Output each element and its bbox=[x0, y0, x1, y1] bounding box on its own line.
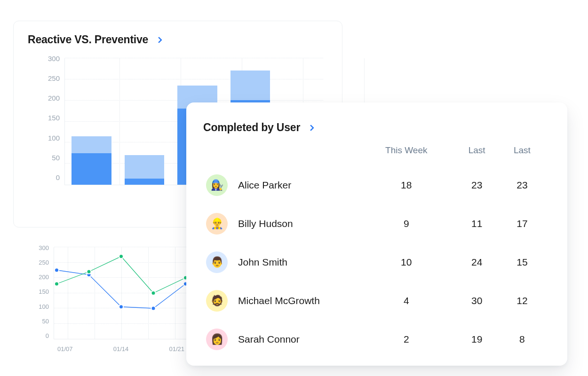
avatar: 🧔 bbox=[206, 290, 228, 312]
metric-cell: 11 bbox=[454, 204, 500, 243]
svg-point-0 bbox=[55, 268, 59, 272]
user-name: Sarah Connor bbox=[238, 334, 300, 345]
y-tick: 250 bbox=[39, 259, 49, 266]
bar-chart-y-axis: 300250200150100500 bbox=[37, 55, 60, 181]
y-tick: 300 bbox=[39, 244, 49, 251]
card-title: Completed by User bbox=[203, 121, 300, 134]
svg-point-5 bbox=[55, 282, 59, 286]
metric-cell: 12 bbox=[500, 282, 545, 320]
metric-cell: 2 bbox=[358, 320, 454, 359]
line-chart-plot bbox=[54, 247, 188, 339]
svg-point-8 bbox=[151, 291, 156, 295]
table-row[interactable]: 👨John Smith102415 bbox=[203, 243, 545, 282]
metric-cell: 30 bbox=[454, 282, 500, 320]
y-tick: 50 bbox=[52, 154, 60, 162]
svg-point-7 bbox=[119, 254, 123, 258]
svg-point-6 bbox=[87, 270, 91, 274]
avatar: 👩‍🔧 bbox=[206, 174, 228, 196]
y-tick: 100 bbox=[39, 303, 49, 310]
metric-cell: 23 bbox=[454, 166, 500, 204]
avatar: 👷‍♂️ bbox=[206, 213, 228, 235]
avatar: 👩 bbox=[206, 329, 228, 350]
user-name-cell: 👷‍♂️Billy Hudson bbox=[203, 204, 358, 243]
y-tick: 200 bbox=[39, 274, 49, 281]
metric-cell: 4 bbox=[358, 282, 454, 320]
card-header[interactable]: Reactive VS. Preventive bbox=[28, 33, 328, 46]
chevron-right-icon[interactable] bbox=[308, 124, 314, 131]
y-tick: 0 bbox=[46, 332, 49, 339]
y-tick: 0 bbox=[56, 173, 60, 181]
y-tick: 150 bbox=[39, 288, 49, 295]
y-tick: 150 bbox=[48, 114, 60, 122]
user-name: John Smith bbox=[238, 257, 287, 268]
x-tick: 01/14 bbox=[113, 345, 129, 352]
bar bbox=[72, 136, 111, 185]
line-chart-y-axis: 300250200150100500 bbox=[28, 244, 49, 339]
metric-cell: 18 bbox=[358, 166, 454, 204]
y-tick: 300 bbox=[48, 55, 60, 63]
users-table-header-row: This Week Last Last bbox=[203, 141, 545, 166]
card-header[interactable]: Completed by User bbox=[203, 121, 545, 134]
avatar: 👨 bbox=[206, 251, 228, 273]
metric-cell: 17 bbox=[500, 204, 545, 243]
x-tick: 01/21 bbox=[169, 345, 184, 352]
col-this-week: This Week bbox=[358, 141, 454, 166]
x-tick: 01/07 bbox=[57, 345, 73, 352]
y-tick: 200 bbox=[48, 94, 60, 102]
metric-cell: 10 bbox=[358, 243, 454, 282]
metric-cell: 19 bbox=[454, 320, 500, 359]
metric-cell: 24 bbox=[454, 243, 500, 282]
y-tick: 50 bbox=[42, 318, 49, 325]
chevron-right-icon[interactable] bbox=[156, 36, 162, 43]
line-chart-x-axis: 01/0701/1401/21 bbox=[54, 345, 188, 352]
y-tick: 250 bbox=[48, 74, 60, 82]
user-name: Billy Hudson bbox=[238, 218, 293, 229]
line-chart: 300250200150100500 01/0701/1401/21 bbox=[28, 244, 188, 352]
col-last-2: Last bbox=[500, 141, 545, 166]
metric-cell: 23 bbox=[500, 166, 545, 204]
user-name: Alice Parker bbox=[238, 180, 291, 191]
y-tick: 100 bbox=[48, 134, 60, 142]
bar bbox=[125, 155, 165, 185]
svg-point-3 bbox=[151, 306, 156, 311]
metric-cell: 8 bbox=[500, 320, 545, 359]
card-title: Reactive VS. Preventive bbox=[28, 33, 148, 46]
svg-point-2 bbox=[119, 305, 123, 309]
table-row[interactable]: 🧔Michael McGrowth43012 bbox=[203, 282, 545, 320]
col-last-1: Last bbox=[454, 141, 500, 166]
users-table: This Week Last Last 👩‍🔧Alice Parker18232… bbox=[203, 141, 545, 359]
table-row[interactable]: 👩‍🔧Alice Parker182323 bbox=[203, 166, 545, 204]
metric-cell: 15 bbox=[500, 243, 545, 282]
user-name-cell: 🧔Michael McGrowth bbox=[203, 282, 358, 320]
user-name: Michael McGrowth bbox=[238, 295, 320, 306]
completed-by-user-card: Completed by User This Week Last Last 👩‍… bbox=[186, 102, 567, 366]
user-name-cell: 👨John Smith bbox=[203, 243, 358, 282]
metric-cell: 9 bbox=[358, 204, 454, 243]
table-row[interactable]: 👷‍♂️Billy Hudson91117 bbox=[203, 204, 545, 243]
table-row[interactable]: 👩Sarah Connor2198 bbox=[203, 320, 545, 359]
user-name-cell: 👩‍🔧Alice Parker bbox=[203, 166, 358, 204]
user-name-cell: 👩Sarah Connor bbox=[203, 320, 358, 359]
